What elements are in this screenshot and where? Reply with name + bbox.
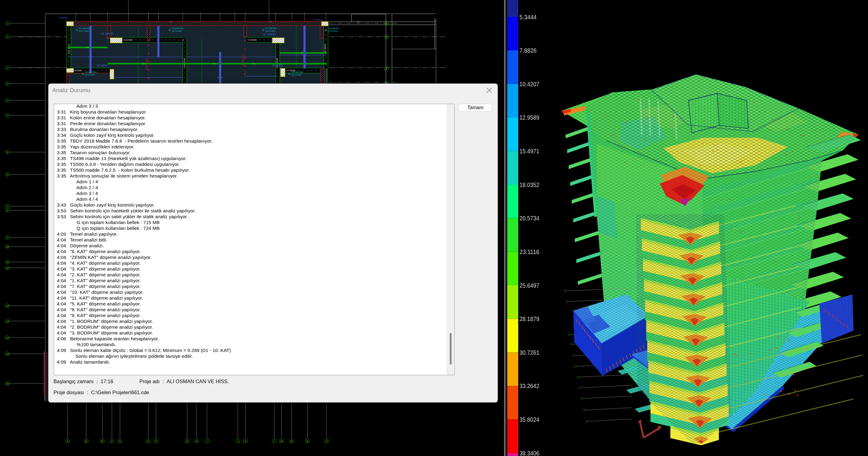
svg-text:30.7261: 30.7261	[520, 349, 539, 356]
svg-text:K8 25/60: K8 25/60	[73, 69, 82, 72]
svg-text:Q=0,2 tf/m²: Q=0,2 tf/m²	[79, 30, 89, 32]
svg-text:12.9589: 12.9589	[520, 114, 539, 121]
svg-text:10: 10	[6, 246, 8, 248]
svg-text:M': M'	[290, 440, 293, 443]
svg-text:38.3406: 38.3406	[520, 450, 539, 456]
svg-text:K3 25/60: K3 25/60	[124, 39, 132, 41]
svg-text:Q=0,2 tf/m²: Q=0,2 tf/m²	[292, 74, 302, 76]
svg-text:H: H	[196, 440, 197, 443]
svg-text:S4 30/70: S4 30/70	[272, 64, 283, 67]
svg-text:2: 2	[7, 66, 8, 69]
svg-text:9: 9	[7, 236, 8, 239]
svg-text:G=0,56t tf/m²: G=0,56t tf/m²	[328, 27, 340, 29]
svg-text:2: 2	[386, 67, 388, 70]
svg-text:20.5734: 20.5734	[520, 215, 539, 222]
svg-text:1': 1'	[385, 22, 388, 25]
svg-text:5: 5	[7, 151, 8, 154]
svg-text:3: 3	[7, 99, 8, 102]
svg-text:B': B'	[101, 440, 104, 443]
svg-text:K40 25/60: K40 25/60	[68, 44, 70, 54]
svg-text:8: 8	[7, 209, 8, 212]
svg-text:G: G	[186, 440, 188, 443]
svg-text:14: 14	[6, 320, 8, 322]
svg-text:B: B	[85, 440, 87, 443]
svg-text:G=0,61 t/m: G=0,61 t/m	[241, 54, 244, 65]
svg-text:7: 7	[7, 205, 8, 208]
svg-text:A: A	[67, 440, 68, 443]
svg-text:1: 1	[7, 35, 8, 38]
svg-text:N: N	[307, 440, 309, 443]
svg-text:18.0352: 18.0352	[520, 181, 539, 188]
svg-text:K46 25/60: K46 25/60	[183, 58, 186, 68]
svg-text:F4 50/30: F4 50/30	[58, 16, 68, 19]
svg-text:7.8826: 7.8826	[520, 47, 536, 54]
svg-text:5.3444: 5.3444	[520, 13, 536, 21]
svg-text:L: L	[274, 440, 275, 443]
svg-text:12: 12	[6, 266, 8, 269]
svg-text:M: M	[280, 440, 282, 443]
svg-text:G=0,56t tf/m²: G=0,56t tf/m²	[292, 71, 304, 73]
svg-text:6: 6	[7, 173, 8, 176]
svg-text:F5 50/30: F5 50/30	[313, 19, 323, 22]
svg-text:G=0,56t tf/m²: G=0,56t tf/m²	[85, 71, 97, 73]
svg-text:G=0,61 t/m: G=0,61 t/m	[145, 58, 148, 69]
svg-text:11: 11	[6, 261, 8, 263]
svg-text:1': 1'	[6, 22, 8, 25]
svg-text:16: 16	[6, 382, 8, 385]
svg-text:2': 2'	[6, 82, 8, 85]
svg-text:D: D	[119, 440, 121, 443]
svg-text:1: 1	[386, 36, 388, 38]
svg-text:K4 25/60: K4 25/60	[248, 39, 256, 41]
svg-text:O: O	[326, 440, 328, 443]
svg-text:S3 30/70: S3 30/70	[97, 64, 107, 67]
svg-text:4: 4	[7, 114, 8, 117]
svg-text:S1 100/30: S1 100/30	[101, 32, 114, 35]
svg-text:E: E	[147, 440, 149, 443]
svg-text:C: C	[111, 440, 113, 443]
svg-text:15.4971: 15.4971	[520, 147, 539, 154]
svg-text:33.2642: 33.2642	[520, 382, 539, 389]
svg-text:J: J	[237, 440, 239, 443]
svg-text:Q=0,2 tf/m²: Q=0,2 tf/m²	[85, 74, 95, 76]
svg-text:23.1116: 23.1116	[520, 248, 539, 255]
svg-text:Q=0,2 tf/m²: Q=0,2 tf/m²	[266, 30, 276, 32]
svg-text:Q=0,2 tf/m²: Q=0,2 tf/m²	[172, 30, 182, 32]
svg-text:28.1879: 28.1879	[520, 315, 539, 322]
svg-text:G=0,56t tf/m²: G=0,56t tf/m²	[266, 27, 277, 29]
svg-text:F: F	[155, 440, 157, 443]
svg-text:14': 14'	[6, 336, 9, 339]
svg-text:Q=0,2 tf/m²: Q=0,2 tf/m²	[328, 30, 338, 32]
svg-text:G=0,56t tf/m²: G=0,56t tf/m²	[172, 27, 184, 29]
svg-text:10.4207: 10.4207	[520, 81, 539, 88]
svg-text:35.8024: 35.8024	[520, 416, 539, 423]
svg-text:G=0,56t tf/m²: G=0,56t tf/m²	[79, 27, 91, 29]
svg-text:K: K	[245, 440, 246, 443]
svg-text:S2 100/30: S2 100/30	[263, 33, 276, 36]
svg-text:25.6497: 25.6497	[520, 282, 539, 289]
svg-text:13: 13	[6, 305, 8, 307]
svg-text:15: 15	[6, 352, 8, 355]
svg-text:I: I	[207, 440, 207, 443]
